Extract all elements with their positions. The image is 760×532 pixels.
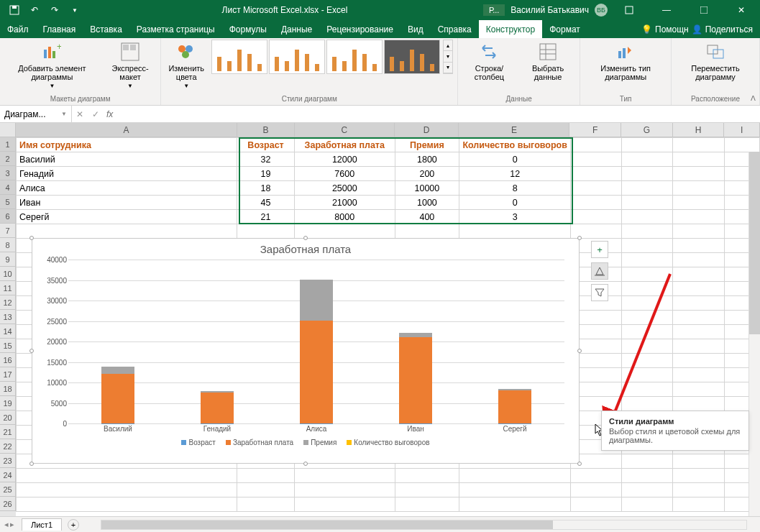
maximize-button[interactable]	[688, 0, 720, 20]
resize-handle[interactable]	[577, 236, 582, 240]
sheet-nav-next[interactable]: ▸	[10, 520, 14, 529]
vertical-scrollbar[interactable]	[748, 152, 760, 516]
gallery-scroll[interactable]: ▴▾▾	[443, 40, 453, 74]
tab-help[interactable]: Справка	[431, 20, 479, 38]
row-header-18[interactable]: 18	[0, 382, 16, 396]
row-header-21[interactable]: 21	[0, 425, 16, 439]
name-box[interactable]: Диаграм...▼	[0, 106, 72, 122]
horizontal-scrollbar[interactable]	[101, 520, 747, 530]
tab-formulas[interactable]: Формулы	[222, 20, 274, 38]
table-header[interactable]: Количество выговоров	[459, 138, 571, 152]
tab-format[interactable]: Формат	[542, 20, 587, 38]
sheet-nav-prev[interactable]: ◂	[4, 520, 9, 529]
cell[interactable]: 7600	[294, 167, 395, 181]
chart-style-2[interactable]	[269, 40, 325, 74]
cell[interactable]: Василий	[17, 152, 237, 167]
cell[interactable]: 25000	[294, 181, 395, 196]
row-header-4[interactable]: 4	[0, 180, 16, 195]
cell[interactable]: 12000	[294, 152, 395, 167]
tab-file[interactable]: Файл	[0, 20, 36, 38]
cell[interactable]: Генадий	[17, 167, 237, 181]
cell[interactable]: 45	[237, 196, 295, 210]
row-header-20[interactable]: 20	[0, 411, 16, 425]
cell[interactable]: 0	[459, 196, 571, 210]
cell[interactable]: 1000	[395, 196, 459, 210]
row-header-16[interactable]: 16	[0, 353, 16, 367]
chart-style-gallery[interactable]: ▴▾▾	[211, 40, 453, 74]
formula-input[interactable]	[116, 106, 760, 122]
cancel-button-fb[interactable]: ✕	[72, 106, 88, 122]
row-header-7[interactable]: 7	[0, 224, 16, 238]
ribbon-options-icon[interactable]	[613, 0, 645, 20]
row-header-8[interactable]: 8	[0, 238, 16, 252]
cell[interactable]: 8	[459, 181, 571, 196]
table-header[interactable]: Премия	[395, 138, 459, 152]
cell[interactable]: 3	[459, 210, 571, 224]
select-all-corner[interactable]	[0, 123, 16, 137]
col-header-F[interactable]: F	[569, 123, 621, 137]
col-header-E[interactable]: E	[459, 123, 569, 137]
tab-data[interactable]: Данные	[274, 20, 319, 38]
table-header[interactable]: Имя сотрудника	[17, 138, 237, 152]
resize-handle[interactable]	[577, 349, 582, 353]
switch-row-col-button[interactable]: Строка/ столбец	[462, 40, 516, 83]
cell[interactable]: 200	[395, 167, 459, 181]
chart-title[interactable]: Заработная плата	[32, 239, 579, 260]
col-header-H[interactable]: H	[673, 123, 725, 137]
row-header-11[interactable]: 11	[0, 281, 16, 295]
col-header-A[interactable]: A	[16, 123, 237, 137]
row-header-14[interactable]: 14	[0, 324, 16, 339]
cell[interactable]: 0	[459, 152, 571, 167]
col-header-D[interactable]: D	[395, 123, 459, 137]
col-header-C[interactable]: C	[295, 123, 395, 137]
col-header-I[interactable]: I	[724, 123, 760, 137]
redo-button[interactable]: ↷	[46, 2, 63, 18]
minimize-button[interactable]: —	[651, 0, 682, 20]
cell[interactable]: 19	[237, 167, 295, 181]
ribbon-display-options[interactable]: Р...	[483, 4, 505, 16]
chart-filters-button[interactable]	[591, 284, 608, 301]
row-header-3[interactable]: 3	[0, 166, 16, 180]
chart-plot-area[interactable]: 0500010000150002000025000300003500040000	[68, 260, 564, 423]
row-header-15[interactable]: 15	[0, 339, 16, 353]
worksheet-grid[interactable]: ABCDEFGHI 123456789101112131415161718192…	[0, 123, 760, 516]
tab-home[interactable]: Главная	[36, 20, 83, 38]
row-header-26[interactable]: 26	[0, 497, 16, 511]
row-header-24[interactable]: 24	[0, 468, 16, 482]
resize-handle[interactable]	[303, 462, 308, 466]
tell-me-button[interactable]: 💡Помощн	[641, 24, 689, 35]
chart-elements-button[interactable]: +	[591, 241, 608, 258]
cell[interactable]: Алиса	[17, 181, 237, 196]
row-header-23[interactable]: 23	[0, 454, 16, 468]
resize-handle[interactable]	[29, 462, 34, 466]
table-header[interactable]: Заработная плата	[294, 138, 395, 152]
row-header-10[interactable]: 10	[0, 267, 16, 281]
cell[interactable]: 400	[395, 210, 459, 224]
cell[interactable]: 10000	[395, 181, 459, 196]
row-header-2[interactable]: 2	[0, 152, 16, 166]
select-data-button[interactable]: Выбрать данные	[521, 40, 576, 83]
table-header[interactable]: Возраст	[237, 138, 295, 152]
chart-object[interactable]: Заработная плата 05000100001500020000250…	[32, 238, 580, 464]
chart-style-3[interactable]	[326, 40, 383, 74]
add-chart-element-button[interactable]: + Добавить элемент диаграммы▼	[4, 40, 100, 91]
cell[interactable]: Серегй	[17, 210, 237, 224]
change-colors-button[interactable]: Изменить цвета▼	[165, 40, 207, 91]
fx-label[interactable]: fx	[104, 106, 116, 122]
resize-handle[interactable]	[577, 462, 582, 466]
resize-handle[interactable]	[303, 236, 308, 240]
new-sheet-button[interactable]: +	[68, 519, 79, 531]
chart-legend[interactable]: ВозрастЗаработная платаПремияКоличество …	[32, 433, 579, 452]
resize-handle[interactable]	[29, 349, 34, 353]
move-chart-button[interactable]: Переместить диаграмму	[676, 40, 755, 83]
tab-view[interactable]: Вид	[400, 20, 431, 38]
row-header-1[interactable]: 1	[0, 137, 16, 152]
avatar[interactable]: ВБ	[595, 4, 608, 17]
quick-layout-button[interactable]: Экспресс-макет▼	[104, 40, 157, 91]
row-header-13[interactable]: 13	[0, 310, 16, 324]
row-header-25[interactable]: 25	[0, 482, 16, 497]
close-button[interactable]: ✕	[725, 0, 757, 20]
change-chart-type-button[interactable]: Изменить тип диаграммы	[585, 40, 667, 83]
tab-page-layout[interactable]: Разметка страницы	[129, 20, 222, 38]
row-header-17[interactable]: 17	[0, 367, 16, 382]
